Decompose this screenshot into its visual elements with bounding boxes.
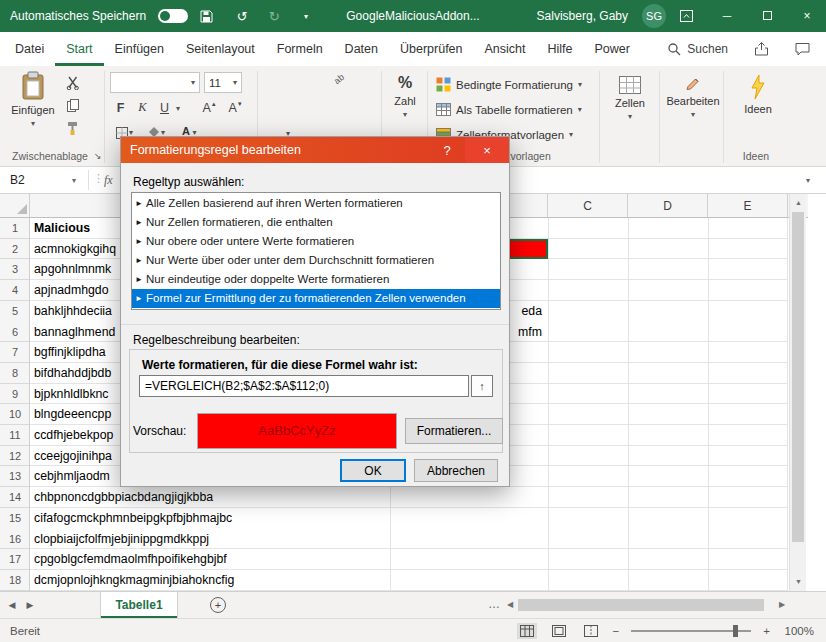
row-header-12[interactable]: 12	[0, 446, 30, 467]
name-box[interactable]	[0, 167, 70, 193]
row-header-11[interactable]: 11	[0, 425, 30, 446]
cell-a3[interactable]: apgohnlmnmk	[34, 259, 111, 280]
ribbon-display-options-button[interactable]	[680, 10, 700, 22]
vertical-scrollbar[interactable]: ▲ ▼	[789, 194, 806, 591]
tab-hilfe[interactable]: Hilfe	[537, 32, 584, 66]
number-format-button[interactable]: % Zahl ▾	[384, 74, 426, 119]
row-header-18[interactable]: 18	[0, 570, 30, 591]
row-header-13[interactable]: 13	[0, 466, 30, 487]
rule-type-option[interactable]: ►Nur Zellen formatieren, die enthalten	[132, 213, 500, 232]
col-header-e[interactable]: E	[708, 194, 788, 218]
clipboard-dialog-launcher-icon[interactable]: ↘	[94, 151, 102, 161]
row-header-2[interactable]: 2	[0, 239, 30, 260]
zoom-slider-knob[interactable]	[733, 625, 738, 637]
row-header-14[interactable]: 14	[0, 487, 30, 508]
sheet-tab-tabelle1[interactable]: Tabelle1	[100, 592, 178, 618]
close-button[interactable]: ×	[794, 9, 820, 23]
normal-view-button[interactable]	[517, 623, 537, 639]
cell-a9[interactable]: bjpknhldlbknc	[34, 384, 109, 405]
row-header-4[interactable]: 4	[0, 280, 30, 301]
quick-access-chevron-icon[interactable]: ▾	[296, 12, 316, 21]
vertical-scrollbar-thumb[interactable]	[792, 212, 804, 542]
page-layout-view-button[interactable]	[549, 623, 569, 639]
insert-function-button[interactable]: fx	[104, 173, 113, 188]
cell-a2[interactable]: acmnokigkgihq	[34, 239, 116, 260]
formula-bar-drag-handle[interactable]: ⋮	[93, 172, 104, 185]
horizontal-scrollbar-thumb[interactable]	[518, 599, 764, 611]
tab-power-pivot[interactable]: Power Pivot	[584, 32, 668, 66]
tab-daten[interactable]: Daten	[334, 32, 389, 66]
col-header-c[interactable]: C	[548, 194, 628, 218]
row-header-15[interactable]: 15	[0, 508, 30, 529]
prev-sheet-button[interactable]: ◀	[4, 592, 20, 618]
row-header-8[interactable]: 8	[0, 363, 30, 384]
copy-button[interactable]	[62, 95, 83, 116]
next-sheet-button[interactable]: ▶	[22, 592, 38, 618]
range-select-button[interactable]: ↑	[471, 375, 493, 397]
rule-formula-input[interactable]	[139, 375, 469, 397]
cell-a4[interactable]: apjnadmhgdo	[34, 280, 109, 301]
horizontal-scrollbar[interactable]: ◀ ▶	[504, 592, 788, 618]
page-break-view-button[interactable]	[581, 623, 601, 639]
tab-einfügen[interactable]: Einfügen	[104, 32, 175, 66]
rule-type-listbox[interactable]: ►Alle Zellen basierend auf ihren Werten …	[131, 192, 501, 310]
zoom-percentage[interactable]: 100%	[782, 625, 814, 637]
rule-type-option[interactable]: ►Formel zur Ermittlung der zu formatiere…	[132, 289, 500, 308]
tab-überprüfen[interactable]: Überprüfen	[389, 32, 474, 66]
share-button[interactable]	[754, 42, 769, 56]
redo-button[interactable]: ↻	[264, 9, 284, 24]
row-header-3[interactable]: 3	[0, 259, 30, 280]
rule-type-option[interactable]: ►Nur obere oder untere Werte formatieren	[132, 232, 500, 251]
scroll-up-icon[interactable]: ▲	[790, 199, 807, 206]
tab-datei[interactable]: Datei	[4, 32, 55, 66]
select-all-corner[interactable]	[0, 194, 30, 218]
row-header-16[interactable]: 16	[0, 529, 30, 550]
rule-type-option[interactable]: ►Nur Werte über oder unter dem Durchschn…	[132, 251, 500, 270]
underline-button[interactable]: U	[154, 97, 175, 118]
cell-a15[interactable]: cifafogcmckphmnbeipgkpfbjbhmajbc	[34, 508, 232, 529]
font-size-combo[interactable]: 11 ▾	[204, 72, 242, 93]
tab-ansicht[interactable]: Ansicht	[474, 32, 537, 66]
comments-button[interactable]	[795, 42, 810, 56]
cell-a12[interactable]: cceejgojinihpa	[34, 446, 112, 467]
scroll-down-icon[interactable]: ▼	[790, 578, 807, 585]
dialog-help-button[interactable]: ?	[429, 143, 465, 158]
dialog-close-button[interactable]: ×	[465, 137, 509, 163]
cell-a7[interactable]: bgffinjklipdha	[34, 342, 106, 363]
tab-scroll-dots[interactable]: …	[488, 592, 500, 616]
save-button[interactable]	[200, 10, 220, 23]
zoom-out-button[interactable]: −	[613, 625, 620, 637]
rule-type-option[interactable]: ►Nur eindeutige oder doppelte Werte form…	[132, 270, 500, 289]
decrease-font-button[interactable]: A▾	[222, 97, 248, 118]
formula-bar-expand-icon[interactable]: ▾	[806, 176, 810, 185]
row-header-7[interactable]: 7	[0, 342, 30, 363]
editing-button[interactable]: Bearbeiten ▾	[662, 76, 724, 119]
cell-a13[interactable]: cebjhmljaodm	[34, 466, 110, 487]
scroll-left-icon[interactable]: ◀	[504, 592, 516, 618]
row-header-10[interactable]: 10	[0, 404, 30, 425]
minimize-button[interactable]: ─	[714, 9, 740, 23]
cell-a17[interactable]: cpgoblgcfemdmaolmfhpoifikehgbjbf	[34, 549, 227, 570]
paste-button[interactable]: Einfügen ▾	[8, 71, 58, 128]
cut-button[interactable]	[62, 72, 83, 93]
add-sheet-button[interactable]: +	[210, 597, 226, 613]
cells-button[interactable]: Zellen ▾	[602, 76, 658, 121]
increase-font-button[interactable]: A▴	[196, 97, 222, 118]
row-header-1[interactable]: 1	[0, 218, 30, 239]
format-painter-button[interactable]	[62, 118, 83, 139]
autosave-toggle[interactable]	[158, 9, 188, 23]
cell-a18[interactable]: dcmjopnlojhkngkmagminjbiahokncfig	[34, 570, 234, 591]
conditional-formatting-button[interactable]: Bedingte Formatierung ▾	[436, 74, 582, 95]
row-header-6[interactable]: 6	[0, 322, 30, 343]
name-box-chevron-icon[interactable]: ▾	[72, 176, 76, 185]
orientation-button[interactable]: ab	[332, 72, 346, 86]
format-as-table-button[interactable]: Als Tabelle formatieren ▾	[436, 99, 582, 120]
maximize-button[interactable]	[754, 9, 780, 23]
cell-a11[interactable]: ccdfhjebekpop	[34, 425, 113, 446]
cell-a6[interactable]: bannaglhmend	[34, 322, 115, 343]
cancel-button[interactable]: Abbrechen	[414, 459, 498, 482]
dialog-titlebar[interactable]: Formatierungsregel bearbeiten ? ×	[121, 137, 509, 163]
tab-seitenlayout[interactable]: Seitenlayout	[175, 32, 266, 66]
ok-button[interactable]: OK	[340, 459, 406, 482]
cell-a5[interactable]: bahkljhhdeciia	[34, 301, 112, 322]
